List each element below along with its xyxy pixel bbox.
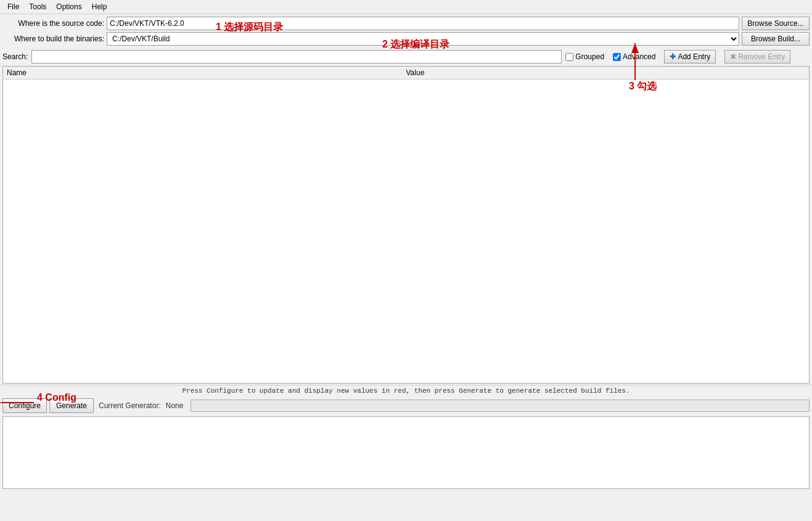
browse-source-button[interactable]: Browse Source... <box>742 17 810 30</box>
advanced-checkbox[interactable] <box>613 53 621 61</box>
bottom-toolbar: Configure Generate Current Generator: No… <box>0 396 812 415</box>
advanced-label: Advanced <box>623 52 655 61</box>
grouped-checkbox[interactable] <box>565 53 573 61</box>
menu-help[interactable]: Help <box>87 1 112 12</box>
grouped-label: Grouped <box>575 52 604 61</box>
current-generator-value: None <box>166 401 184 410</box>
output-area <box>2 416 810 489</box>
remove-entry-label: Remove Entry <box>738 52 785 61</box>
build-select[interactable]: C:/Dev/VKT/Build <box>107 32 739 46</box>
source-label: Where is the source code: <box>2 19 104 28</box>
configure-button[interactable]: Configure <box>2 398 47 413</box>
checkbox-group: Grouped Advanced ✚ Add Entry ✖ Remove En… <box>565 50 790 64</box>
add-entry-button[interactable]: ✚ Add Entry <box>664 50 716 64</box>
add-entry-label: Add Entry <box>678 52 710 61</box>
search-label: Search: <box>2 52 28 61</box>
generate-button[interactable]: Generate <box>49 398 94 413</box>
menu-tools[interactable]: Tools <box>24 1 51 12</box>
progress-bar <box>191 400 810 412</box>
menu-options[interactable]: Options <box>51 1 86 12</box>
source-toolbar: Where is the source code: Browse Source.… <box>0 14 812 49</box>
menubar: File Tools Options Help <box>0 0 812 14</box>
browse-build-button[interactable]: Browse Build... <box>742 32 810 46</box>
plus-icon: ✚ <box>670 52 676 61</box>
table-body <box>3 80 809 84</box>
status-message: Press Configure to update and display ne… <box>182 387 630 395</box>
search-input[interactable] <box>31 50 562 64</box>
grouped-checkbox-label[interactable]: Grouped <box>565 52 604 61</box>
search-row: Search: Grouped Advanced ✚ Add Entry ✖ R… <box>0 49 812 65</box>
x-icon: ✖ <box>730 52 736 61</box>
remove-entry-button[interactable]: ✖ Remove Entry <box>724 50 790 64</box>
main-content-area: Name Value <box>2 66 810 384</box>
source-input[interactable] <box>107 17 739 30</box>
col-name-header: Name <box>7 68 406 77</box>
current-generator-label: Current Generator: <box>99 401 161 410</box>
build-label: Where to build the binaries: <box>2 35 104 43</box>
advanced-checkbox-label[interactable]: Advanced <box>613 52 655 61</box>
menu-file[interactable]: File <box>2 1 24 12</box>
status-bar: Press Configure to update and display ne… <box>0 385 812 396</box>
col-value-header: Value <box>406 68 806 77</box>
content-header: Name Value <box>3 67 809 80</box>
